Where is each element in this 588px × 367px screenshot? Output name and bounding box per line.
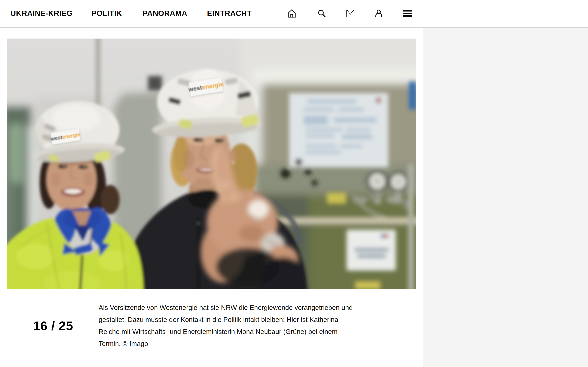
menu-button[interactable] bbox=[402, 8, 414, 19]
nav-item-ukraine-krieg[interactable]: UKRAINE-KRIEG bbox=[10, 0, 73, 27]
gallery-photo[interactable]: westenergie westenergie bbox=[7, 39, 416, 289]
nav-item-panorama[interactable]: PANORAMA bbox=[143, 0, 187, 27]
account-button[interactable] bbox=[373, 8, 384, 19]
helmet-brand-west: west bbox=[188, 84, 203, 93]
right-empty-panel bbox=[423, 28, 588, 367]
caption-line: Als Vorsitzende von Westenergie hat sie … bbox=[99, 301, 353, 314]
search-icon bbox=[317, 9, 327, 18]
caption-line: Reiche mit Wirtschafts- und Energieminis… bbox=[99, 325, 353, 338]
helmet-brand-energie: energie bbox=[201, 81, 224, 91]
nav-item-eintracht[interactable]: EINTRACHT bbox=[207, 0, 251, 27]
gallery-caption-row: 16 / 25 Als Vorsitzende von Westenergie … bbox=[33, 301, 353, 350]
photo-illustration bbox=[7, 39, 416, 289]
search-button[interactable] bbox=[316, 8, 328, 19]
nav-item-politik[interactable]: POLITIK bbox=[91, 0, 122, 27]
gallery-image-counter: 16 / 25 bbox=[33, 318, 99, 333]
hamburger-menu-icon bbox=[403, 9, 412, 18]
caption-line: Termin. © Imago bbox=[99, 338, 353, 350]
helmet-brand-west: west bbox=[51, 134, 62, 142]
user-icon bbox=[374, 9, 383, 18]
top-navigation-bar: UKRAINE-KRIEG POLITIK PANORAMA EINTRACHT bbox=[0, 0, 588, 28]
home-button[interactable] bbox=[286, 8, 297, 19]
gallery-caption-text: Als Vorsitzende von Westenergie hat sie … bbox=[99, 301, 353, 350]
helmet-brand-energie: energie bbox=[62, 131, 80, 140]
caption-line: gestaltet. Dazu musste der Kontakt in di… bbox=[99, 314, 353, 325]
m-brand-logo-icon bbox=[346, 9, 355, 17]
home-icon bbox=[287, 9, 296, 18]
brand-logo-button[interactable] bbox=[345, 8, 356, 19]
